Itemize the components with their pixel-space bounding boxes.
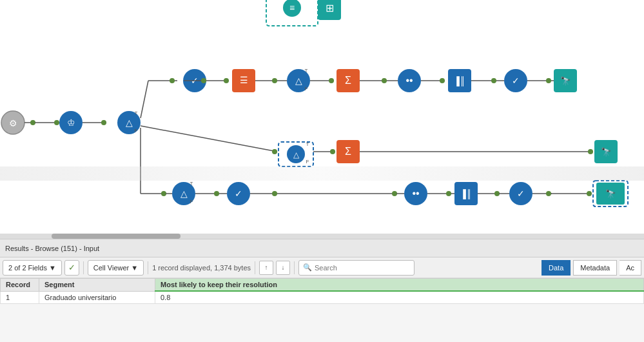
divider-3	[255, 261, 255, 274]
svg-point-62	[272, 149, 277, 154]
svg-text:F: F	[135, 128, 138, 134]
svg-text:♔: ♔	[67, 117, 75, 128]
svg-text:△: △	[126, 117, 133, 128]
svg-text:F: F	[305, 86, 308, 92]
svg-point-92	[392, 191, 397, 196]
svg-text:🔭: 🔭	[601, 146, 612, 157]
toolbar: 2 of 2 Fields ▼ ✓ Cell Viewer ▼ 1 record…	[0, 257, 644, 278]
fields-dropdown-button[interactable]: 2 of 2 Fields ▼	[3, 260, 62, 276]
tab-data-button[interactable]: Data	[542, 260, 571, 276]
svg-text:☰: ☰	[240, 75, 248, 85]
panel-title: Results - Browse (151) - Input	[5, 245, 99, 252]
svg-text:△: △	[295, 75, 302, 86]
svg-point-73	[588, 149, 593, 154]
svg-text:△: △	[181, 188, 188, 199]
svg-rect-113	[0, 166, 644, 181]
check-button[interactable]: ✓	[64, 260, 79, 276]
svg-point-13	[54, 120, 59, 125]
svg-text:F: F	[190, 199, 193, 205]
svg-text:Σ: Σ	[345, 75, 351, 86]
svg-text:🔭: 🔭	[560, 75, 571, 86]
svg-point-15	[101, 120, 106, 125]
svg-text:▐║: ▐║	[454, 76, 465, 86]
search-box: 🔍	[298, 260, 415, 276]
svg-point-85	[214, 191, 219, 196]
svg-point-78	[161, 191, 166, 196]
col-resolution: Most likely to keep their resolution	[155, 279, 644, 292]
tab-data-label: Data	[549, 264, 563, 272]
svg-text:△: △	[293, 150, 300, 159]
fields-dropdown-arrow: ▼	[49, 264, 56, 272]
divider-2	[148, 261, 148, 274]
svg-text:⚙: ⚙	[9, 118, 17, 128]
svg-text:✓: ✓	[517, 188, 525, 199]
svg-rect-0	[0, 0, 644, 239]
svg-text:≡: ≡	[289, 3, 295, 13]
tab-add-label: Ac	[626, 264, 634, 272]
cell-record: 1	[1, 291, 39, 304]
svg-text:••: ••	[412, 188, 419, 199]
svg-point-109	[587, 191, 592, 196]
data-table: Record Segment Most likely to keep their…	[0, 278, 644, 304]
svg-text:▐║: ▐║	[460, 189, 472, 199]
table-header-row: Record Segment Most likely to keep their…	[1, 279, 644, 292]
search-input[interactable]	[315, 264, 410, 272]
check-icon: ✓	[68, 263, 75, 272]
table-container[interactable]: Record Segment Most likely to keep their…	[0, 278, 644, 342]
table-row: 1 Graduado universitario 0.8	[1, 291, 644, 304]
cell-resolution: 0.8	[155, 291, 644, 304]
svg-text:T: T	[135, 110, 138, 116]
svg-point-97	[446, 191, 451, 196]
bottom-panel: Results - Browse (151) - Input 2 of 2 Fi…	[0, 239, 644, 342]
svg-point-26	[201, 78, 206, 83]
svg-point-52	[491, 78, 496, 83]
tab-metadata-button[interactable]: Metadata	[573, 260, 617, 276]
svg-text:✓: ✓	[512, 75, 520, 86]
cell-viewer-label: Cell Viewer	[93, 264, 129, 272]
svg-point-107	[546, 191, 551, 196]
svg-point-32	[272, 78, 277, 83]
svg-text:✓: ✓	[235, 188, 242, 199]
tab-metadata-label: Metadata	[580, 264, 610, 272]
svg-point-69	[330, 149, 335, 154]
svg-text:••: ••	[405, 75, 413, 86]
col-record: Record	[1, 279, 39, 292]
panel-title-bar: Results - Browse (151) - Input	[0, 239, 644, 257]
svg-text:🔭: 🔭	[605, 188, 616, 199]
svg-point-57	[546, 78, 551, 83]
divider-1	[83, 261, 84, 274]
svg-text:T: T	[190, 181, 193, 186]
app-container: ≡ ⊞ ⚙ ♔ △ T F	[0, 0, 644, 342]
svg-point-102	[494, 191, 500, 196]
svg-point-22	[170, 78, 175, 83]
svg-point-9	[30, 120, 35, 125]
svg-text:⊞: ⊞	[326, 3, 334, 14]
svg-point-90	[272, 191, 277, 196]
svg-point-39	[329, 78, 334, 83]
fields-label: 2 of 2 Fields	[8, 264, 47, 272]
cell-viewer-button[interactable]: Cell Viewer ▼	[88, 260, 144, 276]
workflow-canvas[interactable]: ≡ ⊞ ⚙ ♔ △ T F	[0, 0, 644, 239]
col-segment: Segment	[39, 279, 155, 292]
svg-point-48	[440, 78, 445, 83]
svg-text:T: T	[305, 68, 308, 74]
nav-down-button[interactable]: ↓	[276, 261, 290, 275]
horizontal-scrollbar[interactable]	[0, 234, 644, 239]
svg-text:Σ: Σ	[345, 146, 351, 157]
record-info: 1 record displayed, 1,374 bytes	[152, 264, 251, 272]
svg-text:T: T	[306, 141, 309, 147]
svg-point-43	[382, 78, 387, 83]
cell-viewer-arrow: ▼	[131, 264, 138, 272]
divider-4	[294, 261, 295, 274]
cell-segment: Graduado universitario	[39, 291, 155, 304]
svg-text:F: F	[306, 159, 309, 165]
tab-add-button[interactable]: Ac	[620, 260, 641, 276]
nav-up-button[interactable]: ↑	[259, 261, 273, 275]
search-icon: 🔍	[303, 263, 312, 272]
svg-point-28	[224, 78, 229, 83]
